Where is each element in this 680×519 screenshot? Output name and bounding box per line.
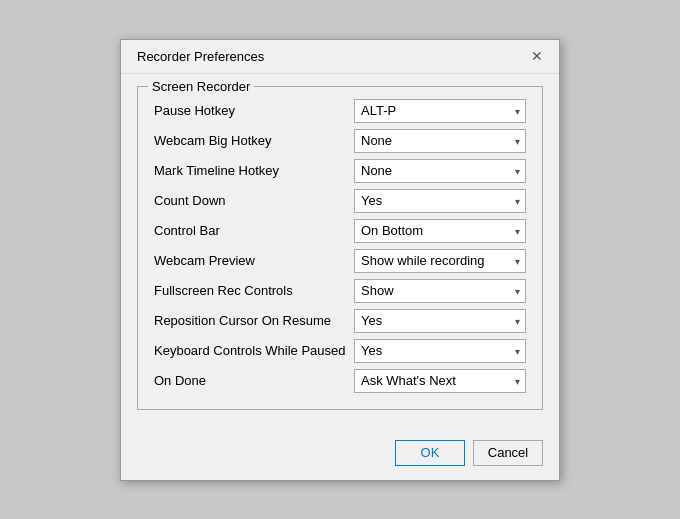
row-control: YesNo▾ <box>354 309 526 333</box>
select-wrapper: Show while recordingHideShow recording▾ <box>354 249 526 273</box>
row-control: NoneALT-MALT-1ALT-2▾ <box>354 159 526 183</box>
row-label: Control Bar <box>154 223 354 238</box>
row-control: Show while recordingHideShow recording▾ <box>354 249 526 273</box>
settings-row: Reposition Cursor On ResumeYesNo▾ <box>154 309 526 333</box>
row-label: Pause Hotkey <box>154 103 354 118</box>
row-label: Webcam Preview <box>154 253 354 268</box>
setting-select-1[interactable]: NoneALT-WALT-1ALT-2 <box>354 129 526 153</box>
select-wrapper: YesNo▾ <box>354 339 526 363</box>
row-control: ALT-PNoneALT-1ALT-2▾ <box>354 99 526 123</box>
row-control: On BottomOn TopHidden▾ <box>354 219 526 243</box>
settings-row: On DoneAsk What's NextStopSave and Close… <box>154 369 526 393</box>
setting-select-3[interactable]: YesNo <box>354 189 526 213</box>
cancel-button[interactable]: Cancel <box>473 440 543 466</box>
ok-button[interactable]: OK <box>395 440 465 466</box>
select-wrapper: YesNo▾ <box>354 309 526 333</box>
settings-row: Webcam Big HotkeyNoneALT-WALT-1ALT-2▾ <box>154 129 526 153</box>
group-label: Screen Recorder <box>148 79 254 94</box>
setting-select-0[interactable]: ALT-PNoneALT-1ALT-2 <box>354 99 526 123</box>
setting-select-5[interactable]: Show while recordingHideShow recording <box>354 249 526 273</box>
select-wrapper: ALT-PNoneALT-1ALT-2▾ <box>354 99 526 123</box>
settings-row: Fullscreen Rec ControlsShowHide▾ <box>154 279 526 303</box>
select-wrapper: Ask What's NextStopSave and Close▾ <box>354 369 526 393</box>
row-control: NoneALT-WALT-1ALT-2▾ <box>354 129 526 153</box>
row-control: YesNo▾ <box>354 189 526 213</box>
close-button[interactable]: ✕ <box>527 46 547 66</box>
select-wrapper: ShowHide▾ <box>354 279 526 303</box>
dialog-footer: OK Cancel <box>121 436 559 480</box>
settings-row: Mark Timeline HotkeyNoneALT-MALT-1ALT-2▾ <box>154 159 526 183</box>
settings-row: Control BarOn BottomOn TopHidden▾ <box>154 219 526 243</box>
row-control: YesNo▾ <box>354 339 526 363</box>
screen-recorder-group: Screen Recorder Pause HotkeyALT-PNoneALT… <box>137 86 543 410</box>
setting-select-4[interactable]: On BottomOn TopHidden <box>354 219 526 243</box>
select-wrapper: NoneALT-WALT-1ALT-2▾ <box>354 129 526 153</box>
row-label: Fullscreen Rec Controls <box>154 283 354 298</box>
recorder-preferences-dialog: Recorder Preferences ✕ Screen Recorder P… <box>120 39 560 481</box>
setting-select-9[interactable]: Ask What's NextStopSave and Close <box>354 369 526 393</box>
row-control: ShowHide▾ <box>354 279 526 303</box>
dialog-title: Recorder Preferences <box>137 49 264 64</box>
row-label: Webcam Big Hotkey <box>154 133 354 148</box>
title-bar: Recorder Preferences ✕ <box>121 40 559 74</box>
dialog-body: Screen Recorder Pause HotkeyALT-PNoneALT… <box>121 74 559 436</box>
select-wrapper: YesNo▾ <box>354 189 526 213</box>
settings-row: Count DownYesNo▾ <box>154 189 526 213</box>
row-control: Ask What's NextStopSave and Close▾ <box>354 369 526 393</box>
settings-rows: Pause HotkeyALT-PNoneALT-1ALT-2▾Webcam B… <box>154 99 526 393</box>
setting-select-2[interactable]: NoneALT-MALT-1ALT-2 <box>354 159 526 183</box>
row-label: Keyboard Controls While Paused <box>154 343 354 358</box>
settings-row: Keyboard Controls While PausedYesNo▾ <box>154 339 526 363</box>
row-label: Count Down <box>154 193 354 208</box>
setting-select-7[interactable]: YesNo <box>354 309 526 333</box>
settings-row: Pause HotkeyALT-PNoneALT-1ALT-2▾ <box>154 99 526 123</box>
settings-row: Webcam PreviewShow while recordingHideSh… <box>154 249 526 273</box>
setting-select-8[interactable]: YesNo <box>354 339 526 363</box>
row-label: Mark Timeline Hotkey <box>154 163 354 178</box>
row-label: Reposition Cursor On Resume <box>154 313 354 328</box>
setting-select-6[interactable]: ShowHide <box>354 279 526 303</box>
row-label: On Done <box>154 373 354 388</box>
select-wrapper: NoneALT-MALT-1ALT-2▾ <box>354 159 526 183</box>
select-wrapper: On BottomOn TopHidden▾ <box>354 219 526 243</box>
